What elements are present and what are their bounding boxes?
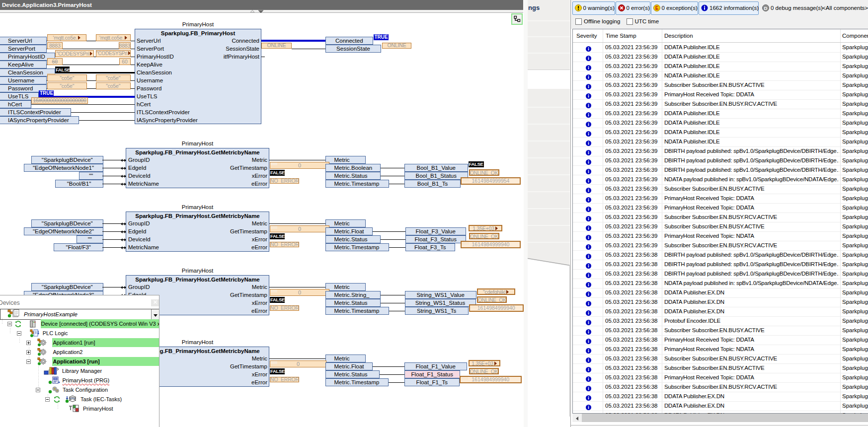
svg-text:E: E	[655, 5, 658, 11]
svg-text:D: D	[764, 5, 768, 11]
